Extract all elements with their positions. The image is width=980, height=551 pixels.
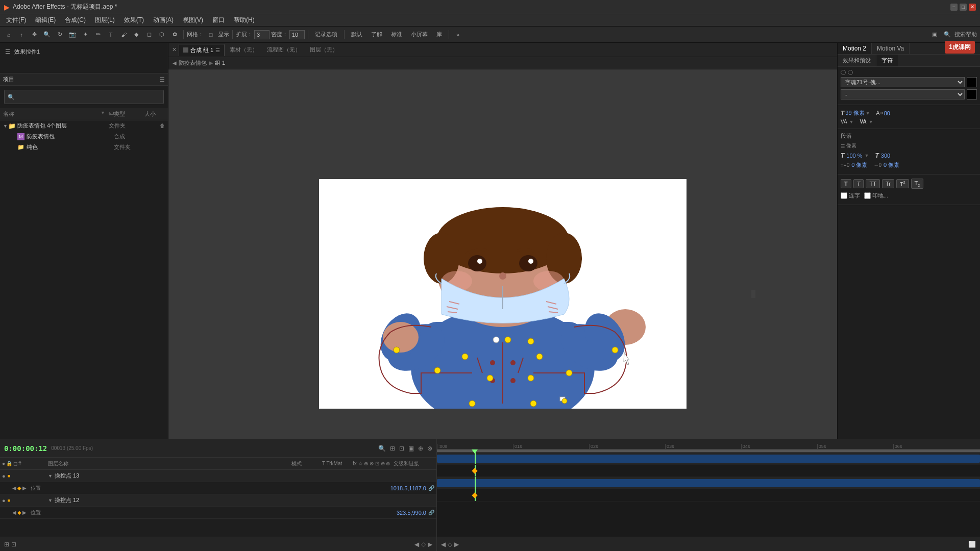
all-caps-button[interactable]: TT [866,179,879,188]
position-link-icon-12[interactable]: 🔗 [428,510,434,515]
bold-button[interactable]: T [841,179,851,188]
tl-kf-nav-right[interactable]: ▶ [428,541,432,548]
kern-dropdown-icon[interactable]: ▼ [849,119,854,124]
rotate-tool-button[interactable]: ↻ [54,29,65,40]
tl-ctrl-2[interactable]: ⊡ [399,445,404,452]
subscript-button[interactable]: T2 [911,179,924,189]
tracking-value[interactable]: 80 [884,110,890,116]
time-bar-2[interactable] [437,479,980,487]
font-size-value[interactable]: 99 像素 [845,109,864,117]
comp-tab-menu-icon[interactable]: ☰ [215,47,220,53]
standard-button[interactable]: 标准 [387,29,406,40]
pen-tool-button[interactable]: ✏ [92,29,104,40]
camera-tool-button[interactable]: 📷 [67,29,78,40]
eraser-tool-button[interactable]: ◻ [143,29,155,40]
kf-right-btn-1[interactable]: ▶ [22,485,27,491]
menu-edit[interactable]: 编辑(E) [31,15,60,26]
layer-label-icon-2[interactable]: ■ [8,498,10,503]
kf-left-btn-1[interactable]: ◀ [12,485,16,491]
keyframe-2[interactable] [472,492,478,498]
library-button[interactable]: 库 [433,29,446,40]
layer-label-icon-1[interactable]: ■ [8,473,10,479]
brush-tool-button[interactable]: 🖌 [118,29,129,40]
tl-nav-icon-1[interactable]: ⊞ [4,541,9,548]
indent-checkbox[interactable] [864,192,871,199]
kf-left-btn-2[interactable]: ◀ [12,510,16,515]
time-bar-1[interactable] [437,455,980,463]
kf-diamond-btn-1[interactable]: ◆ [17,485,21,491]
menu-layer[interactable]: 图层(L) [91,15,119,26]
default-button[interactable]: 默认 [348,29,366,40]
puppet-tool-button[interactable]: ✦ [80,29,91,40]
project-menu-icon[interactable]: ☰ [159,76,165,83]
tab-composition[interactable]: 合成 组 1 ☰ [179,44,225,56]
tl-ctrl-5[interactable]: ⊗ [427,445,432,452]
search-button[interactable]: 🔍 [942,29,953,40]
tab-flowchart[interactable]: 流程图（无） [263,44,305,56]
position-link-icon-13[interactable]: 🔗 [428,485,434,491]
project-search-input[interactable] [15,91,160,103]
playhead-triangle[interactable] [472,449,478,454]
window-controls[interactable]: − □ ✕ [950,4,976,11]
small-screen-button[interactable]: 小屏幕 [407,29,431,40]
breadcrumb-home[interactable]: 防疫表情包 [179,59,207,67]
tl-track-kf-diamond[interactable]: ◇ [448,541,452,548]
tl-kf-nav-diamond[interactable]: ◇ [421,541,426,548]
font-family-select[interactable]: 字魂71号-傀... [841,77,965,87]
close-button[interactable]: ✕ [969,4,976,11]
font-radio-1[interactable] [841,70,846,75]
expand-arrow-layer1[interactable]: ▼ [48,473,53,479]
baseline-indent-value[interactable]: 0 像素 [851,161,867,169]
indent-right-value[interactable]: 0 像素 [884,161,899,169]
menu-effects[interactable]: 效果(T) [120,15,148,26]
tl-scroll-handle[interactable]: ⬜ [968,541,976,548]
more-options-button[interactable]: » [452,29,463,40]
layer-eye-icon-2[interactable]: ● [2,497,6,504]
tl-timecode-display[interactable]: 0:00:00:12 [4,444,47,453]
text-tool-button[interactable]: T [105,29,116,40]
text-scale-value-2[interactable]: 300 [881,153,890,159]
minimize-button[interactable]: − [950,4,958,11]
tl-track-nav-right[interactable]: ▶ [454,541,459,548]
characters-tab[interactable]: 字符 [876,55,898,66]
work-area-range[interactable] [437,449,980,452]
ligature-checkbox[interactable] [841,192,847,199]
maximize-button[interactable]: □ [960,4,967,11]
paint-tool-button[interactable]: ◆ [131,29,142,40]
tl-kf-nav-left[interactable]: ◀ [414,541,419,548]
menu-composition[interactable]: 合成(C) [61,15,90,26]
baseline-dropdown-icon[interactable]: ▼ [869,119,873,124]
extra-tool-1[interactable]: ▣ [929,29,940,40]
home-tool-button[interactable]: ⌂ [3,29,14,40]
effects-preset-tab[interactable]: 效果和预设 [838,55,876,66]
tl-track-nav-left[interactable]: ◀ [441,541,446,548]
menu-file[interactable]: 文件(F) [2,15,30,26]
menu-view[interactable]: 视图(V) [179,15,207,26]
italic-button[interactable]: T [853,179,864,188]
breadcrumb-back-button[interactable]: ◀ [173,60,177,66]
project-item-comp-1[interactable]: M 防疫表情包 合成 [0,131,168,142]
expand-input[interactable] [254,30,270,39]
font-color-2-swatch[interactable] [967,89,977,99]
tab-footage[interactable]: 素材（无） [226,44,262,56]
roto-tool-button[interactable]: ⬡ [156,29,167,40]
record-options-button[interactable]: 记录选项 [311,29,341,40]
font-color-swatch[interactable] [967,77,977,87]
text-scale-value[interactable]: 100 % [846,153,862,159]
motion2-tab[interactable]: Motion 2 [838,43,872,54]
tl-nav-icon-2[interactable]: ⊡ [11,541,16,548]
kf-right-btn-2[interactable]: ▶ [22,510,27,515]
understand-button[interactable]: 了解 [368,29,386,40]
small-caps-button[interactable]: Tr [882,179,894,188]
hand-tool-button[interactable]: ✥ [29,29,40,40]
tl-ctrl-3[interactable]: ▣ [408,445,414,452]
font-size-dropdown-icon[interactable]: ▼ [866,111,870,116]
tab-layer[interactable]: 图层（无） [306,44,342,56]
close-tab-button[interactable]: ✕ [170,44,178,56]
font-style-select[interactable]: - [841,89,965,99]
tl-ctrl-1[interactable]: ⊞ [390,445,395,452]
position-value-12[interactable]: 323.5,990.0 [397,510,426,516]
font-radio-2[interactable] [848,70,853,75]
kf-diamond-btn-2[interactable]: ◆ [17,510,21,515]
menu-help[interactable]: 帮助(H) [230,15,259,26]
